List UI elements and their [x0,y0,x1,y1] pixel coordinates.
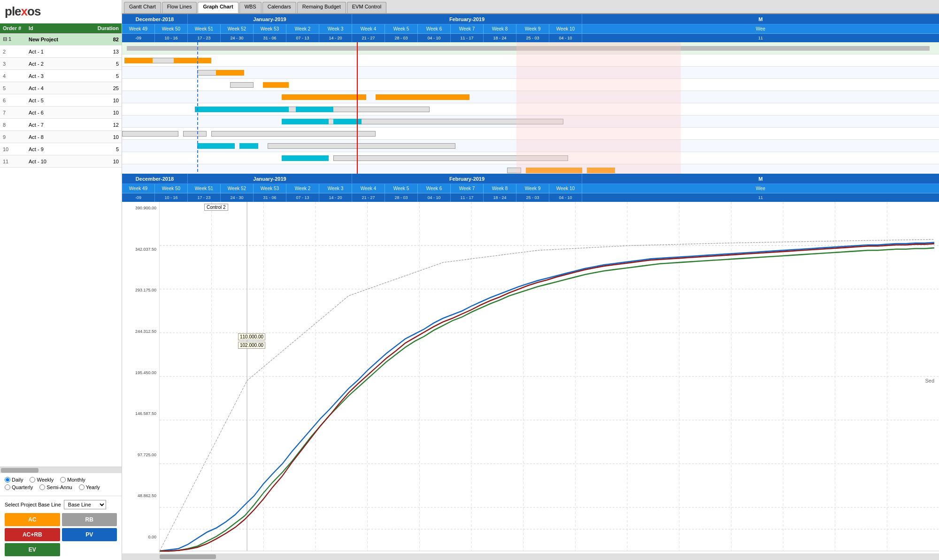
row-order: 5 [3,85,29,91]
row-order: 9 [3,134,29,140]
bar-planned [230,82,254,88]
logo-x: x [21,4,27,18]
graph-month-cell: M [582,174,939,184]
date-cell: 11 - 17 [451,34,484,42]
graph-date-cell: 10 - 16 [155,193,188,202]
row-order: ⊟ 1 [3,36,29,42]
baseline-select[interactable]: Base Line [64,500,106,509]
graph-week-cell: Week 53 [254,184,286,193]
radio-input-semiannu[interactable] [39,484,45,490]
graph-week-cell: Week 9 [516,184,549,193]
table-row: 7 Act - 6 10 [0,107,122,119]
radio-daily[interactable]: Daily [5,477,23,483]
week-cell: Week 52 [221,24,254,33]
graph-h-scrollbar[interactable] [122,553,939,560]
grid-rows: ⊟ 1 New Project 82 2 Act - 1 13 3 Act - … [0,33,122,467]
graph-week-cell: Week 3 [319,184,352,193]
radio-input-monthly[interactable] [60,477,66,483]
tooltip-110000: 110.000.00 [238,333,265,340]
radio-input-weekly[interactable] [30,477,35,483]
row-order: 11 [3,159,29,164]
bottom-controls: Select Project Base Line Base Line AC RB… [0,496,122,560]
week-cell: Week 3 [319,24,352,33]
bar-planned [268,143,455,149]
graph-date-row: -09 10 - 16 17 - 23 24 - 30 31 - 06 07 -… [122,193,939,202]
week-cell: Week 7 [451,24,484,33]
rb-line [160,239,934,551]
tooltip-102000: 102.000.00 [238,342,265,349]
graph-week-cell: Week 49 [122,184,155,193]
week-cell: Week 6 [418,24,451,33]
row-id: Act - 4 [29,85,91,91]
y-label: 244.312.50 [123,329,158,334]
date-cell: 25 - 03 [516,34,549,42]
week-cell: Week 9 [516,24,549,33]
graph-scrollbar-thumb[interactable] [160,554,216,559]
bar-actual [216,70,244,76]
row-order: 8 [3,122,29,128]
row-id: Act - 1 [29,49,91,54]
month-cell: December-2018 [122,14,188,24]
radio-input-quarterly[interactable] [5,484,10,490]
bar-actual-2 [174,58,211,63]
legend-grid: AC RB AC+RB PV EV [5,513,117,556]
row-order: 2 [3,49,29,54]
col-header-duration: Duration [91,25,119,31]
graph-date-cell: 25 - 03 [516,193,549,202]
radio-monthly[interactable]: Monthly [60,477,85,483]
radio-input-daily[interactable] [5,477,10,483]
month-cell: February-2019 [352,14,582,24]
col-header-order: Order # [3,25,29,31]
row-order: 3 [3,61,29,67]
graph-date-cell: 04 - 10 [549,193,582,202]
gantt-rows [122,42,939,174]
bar-cyan-2 [296,107,333,112]
table-row: 3 Act - 2 5 [0,58,122,70]
graph-month-row: December-2018 January-2019 February-2019… [122,174,939,184]
date-cell: 31 - 06 [254,34,286,42]
chart-inner: 390.900.00 342.037.50 293.175.00 244.312… [122,202,939,553]
row-duration: 10 [91,134,119,140]
radio-input-yearly[interactable] [79,484,85,490]
graph-week-cell: Wee [582,184,939,193]
row-duration: 5 [91,61,119,67]
radio-semiannu[interactable]: Semi-Annu [39,484,72,490]
scrollbar-thumb[interactable] [1,468,38,473]
radio-row-1: Daily Weekly Monthly [5,477,117,483]
row-id: Act - 10 [29,159,91,164]
radio-weekly[interactable]: Weekly [30,477,54,483]
graph-week-cell: Week 8 [484,184,516,193]
radio-yearly[interactable]: Yearly [79,484,100,490]
graph-date-cell: 18 - 24 [484,193,516,202]
table-row: 11 Act - 10 10 [0,155,122,168]
tab-wbs[interactable]: WBS [239,2,262,13]
date-cell: 10 - 16 [155,34,188,42]
tab-graph-chart[interactable]: Graph Chart [198,2,238,13]
radio-quarterly[interactable]: Quarterly [5,484,33,490]
tab-evm-control[interactable]: EVM Control [347,2,386,13]
bar-actual [124,58,153,63]
date-cell: 04 - 10 [549,34,582,42]
week-cell: Week 49 [122,24,155,33]
date-row: -09 10 - 16 17 - 23 24 - 30 31 - 06 07 -… [122,34,939,42]
date-cell: 24 - 30 [221,34,254,42]
graph-week-cell: Week 51 [188,184,221,193]
table-row: 10 Act - 9 5 [0,143,122,155]
week-cell: Week 2 [286,24,319,33]
tab-bar: Gantt Chart Flow Lines Graph Chart WBS C… [122,0,939,14]
expand-icon[interactable]: ⊟ [3,36,7,42]
tab-calendars[interactable]: Calendars [262,2,296,13]
tab-gantt-chart[interactable]: Gantt Chart [124,2,161,13]
baseline-label: Select Project Base Line Base Line [5,500,117,509]
tab-remaining-budget[interactable]: Remaing Budget [297,2,346,13]
ac-line [160,244,934,551]
logo-area: plexos [0,0,122,23]
tab-flow-lines[interactable]: Flow Lines [162,2,197,13]
graph-month-cell: February-2019 [352,174,582,184]
row-duration: 12 [91,122,119,128]
bar-cyan-2 [239,143,258,149]
row-id: Act - 5 [29,98,91,103]
graph-area: December-2018 January-2019 February-2019… [122,174,939,560]
gantt-scrollbar[interactable] [0,467,122,473]
row-id: New Project [29,37,91,42]
